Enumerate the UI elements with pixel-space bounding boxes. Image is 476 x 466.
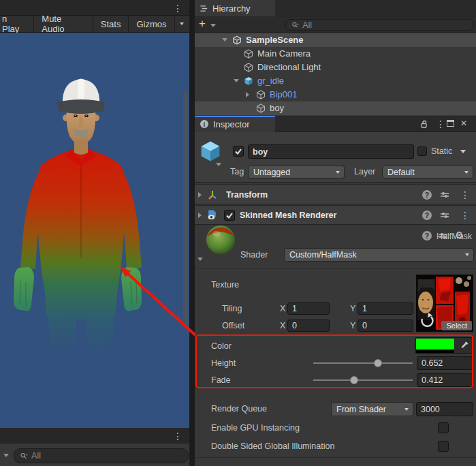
gameobject-header: Static Tag Untagged Layer Default [195, 132, 476, 183]
kebab-menu-icon[interactable]: ⋮ [460, 190, 470, 200]
item-label: Main Camera [257, 47, 311, 61]
height-value-field[interactable] [417, 356, 473, 370]
search-input[interactable] [31, 451, 183, 461]
tiling-y-field[interactable] [358, 302, 413, 315]
skinned-mesh-renderer-icon [206, 209, 218, 221]
tab-hierarchy[interactable]: Hierarchy [195, 0, 275, 16]
cube-icon [244, 63, 253, 72]
texture-select-button[interactable]: Select [441, 321, 472, 330]
tiling-x-field[interactable] [287, 302, 330, 315]
kebab-menu-icon[interactable]: ⋮ [436, 119, 445, 129]
scene-scrollbar[interactable] [183, 91, 188, 326]
height-slider-handle[interactable] [374, 359, 382, 367]
material-foldout-open-icon[interactable] [197, 258, 203, 261]
foldout-closed-icon[interactable] [198, 213, 202, 218]
static-checkbox[interactable] [417, 146, 427, 156]
eyedropper-icon[interactable] [460, 341, 469, 350]
layer-dropdown[interactable]: Default [382, 166, 473, 178]
hierarchy-search-input[interactable] [302, 20, 468, 30]
offset-y-field[interactable] [358, 320, 413, 332]
presets-icon[interactable] [440, 211, 449, 220]
search-filter-dropdown-arrow[interactable] [3, 454, 9, 457]
kebab-menu-icon[interactable]: ⋮ [173, 431, 183, 441]
fade-slider[interactable] [313, 379, 413, 381]
kebab-menu-icon[interactable]: ⋮ [460, 211, 470, 220]
kebab-menu-icon[interactable]: ⋮ [173, 3, 183, 13]
unity-editor-window: ⋮ n Play Mute Audio Stats Gizmos [0, 0, 476, 466]
transform-icon [207, 189, 218, 200]
tag-dropdown[interactable]: Untagged [248, 166, 345, 178]
item-label: boy [270, 102, 284, 115]
color-label: Color [211, 339, 232, 353]
gear-icon[interactable]: ⚙ [455, 230, 464, 240]
gpu-instancing-checkbox[interactable] [438, 422, 449, 433]
fade-value-field[interactable] [417, 373, 473, 387]
maximize-icon[interactable] [447, 120, 454, 127]
hierarchy-row-main-camera[interactable]: Main Camera [195, 47, 476, 61]
hierarchy-row-directional-light[interactable]: Directional Light [195, 61, 476, 74]
gizmos-dropdown-arrow[interactable] [175, 16, 189, 32]
material-preview-sphere[interactable] [205, 224, 236, 255]
hierarchy-row-samplescene[interactable]: SampleScene [195, 33, 476, 47]
gizmos-button[interactable]: Gizmos [129, 16, 174, 32]
foldout-closed-icon[interactable] [246, 92, 249, 97]
foldout-open-icon[interactable] [222, 38, 227, 42]
inspector-tabbar: i Inspector ⋮ ✕ [195, 116, 476, 132]
icon-dropdown-arrow[interactable] [216, 163, 221, 166]
tiling-label: Tiling [222, 302, 242, 315]
help-icon[interactable]: ? [422, 231, 432, 240]
create-object-button[interactable]: + [199, 17, 206, 31]
mute-audio-button[interactable]: Mute Audio [34, 16, 93, 32]
active-checkbox[interactable] [233, 146, 244, 157]
info-icon: i [200, 119, 209, 129]
search-icon [291, 21, 299, 29]
hierarchy-tabbar: Hierarchy [195, 0, 476, 16]
scene-character [0, 33, 189, 428]
transform-component-header[interactable]: Transform ? ⋮ [195, 184, 476, 204]
game-view-viewport[interactable] [0, 33, 189, 428]
render-queue-dropdown[interactable]: From Shader [331, 402, 413, 416]
skinned-mesh-renderer-header[interactable]: Skinned Mesh Renderer ? ⋮ [195, 205, 476, 225]
layer-value: Default [387, 168, 415, 177]
hierarchy-row-gr-idle[interactable]: gr_idle [195, 74, 476, 88]
presets-icon[interactable] [440, 190, 449, 200]
hierarchy-row-boy[interactable]: boy [195, 102, 476, 115]
bottom-search-row [0, 444, 189, 466]
render-queue-mode: From Shader [336, 405, 386, 414]
offset-x-field[interactable] [287, 320, 330, 332]
y-label: Y [350, 319, 355, 332]
bottom-panel-titlebar: ⋮ [0, 428, 189, 444]
hierarchy-list-icon [200, 4, 208, 13]
stats-button[interactable]: Stats [93, 16, 129, 32]
console-search-field[interactable] [14, 448, 189, 463]
foldout-closed-icon[interactable] [198, 192, 202, 198]
static-dropdown-arrow[interactable] [460, 150, 466, 153]
color-field[interactable] [415, 337, 473, 354]
fade-slider-handle[interactable] [350, 376, 358, 384]
hierarchy-toolbar: + [195, 16, 476, 33]
gameobject-name-field[interactable] [248, 144, 414, 159]
help-icon[interactable]: ? [422, 190, 432, 200]
lock-icon[interactable] [419, 119, 429, 129]
component-enabled-checkbox[interactable] [224, 210, 235, 221]
create-object-dropdown-arrow[interactable] [210, 24, 216, 27]
tab-inspector[interactable]: i Inspector [195, 116, 275, 132]
double-sided-gi-label: Double Sided Global Illumination [211, 439, 334, 453]
help-icon[interactable]: ? [422, 211, 432, 220]
color-swatch[interactable] [416, 339, 454, 350]
render-queue-value-field[interactable] [416, 402, 473, 416]
foldout-open-icon[interactable] [234, 79, 239, 82]
presets-icon[interactable] [439, 231, 448, 240]
pane-divider[interactable] [189, 0, 195, 466]
double-sided-gi-checkbox[interactable] [438, 441, 449, 452]
close-icon[interactable]: ✕ [460, 119, 467, 128]
shader-dropdown[interactable]: Custom/HalfMask [284, 248, 474, 262]
hierarchy-row-bip001[interactable]: Bip001 [195, 88, 476, 102]
svg-text:i: i [204, 121, 206, 128]
texture-thumbnail[interactable]: Select [416, 275, 473, 332]
hierarchy-search-field[interactable] [285, 19, 474, 31]
shader-value: Custom/HalfMask [289, 250, 357, 260]
height-slider[interactable] [313, 362, 413, 364]
maximize-on-play-button[interactable]: n Play [0, 16, 34, 32]
item-label: Directional Light [257, 61, 321, 74]
